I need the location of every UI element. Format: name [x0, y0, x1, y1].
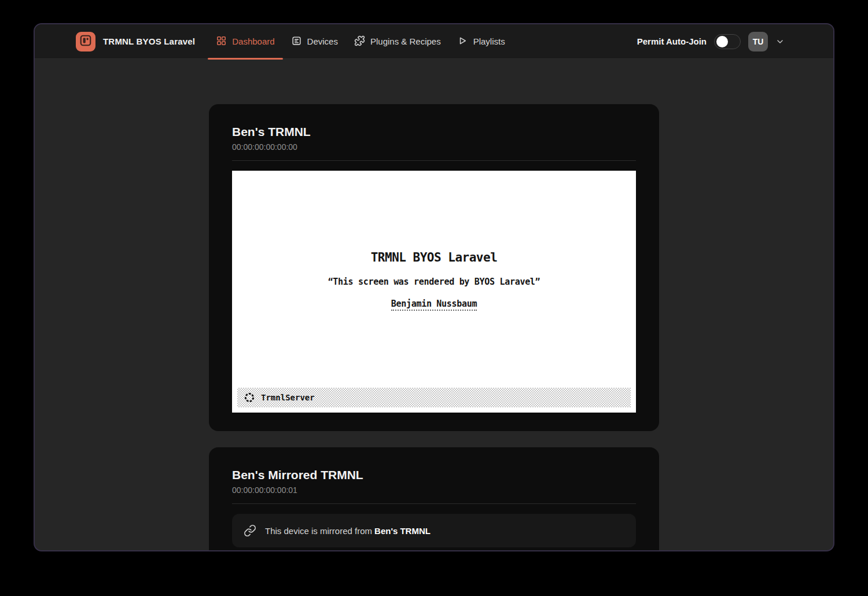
badge-label: TrmnlServer	[261, 393, 315, 402]
nav-item-dashboard[interactable]: Dashboard	[208, 24, 282, 59]
nav-right-group: Permit Auto-Join TU	[637, 32, 785, 51]
nav-item-label: Devices	[307, 36, 338, 46]
screen-title: TRMNL BYOS Laravel	[232, 171, 636, 264]
device-name: Ben's TRMNL	[232, 125, 636, 139]
link-icon	[244, 524, 256, 537]
permit-auto-join-toggle[interactable]	[714, 34, 741, 49]
mirror-source-device: Ben's TRMNL	[374, 526, 431, 536]
app-window: TRMNL BYOS Laravel Dashboard	[34, 23, 834, 551]
permit-auto-join-label: Permit Auto-Join	[637, 36, 707, 46]
dashboard-content: Ben's TRMNL 00:00:00:00:00:00 TRMNL BYOS…	[35, 59, 833, 550]
screen-quote: “This screen was rendered by BYOS Larave…	[232, 277, 636, 287]
devices-icon	[291, 35, 302, 48]
play-icon	[457, 35, 468, 48]
nav-item-label: Plugins & Recipes	[370, 36, 441, 46]
device-card-bens-mirrored-trmnl: Ben's Mirrored TRMNL 00:00:00:00:00:01 T…	[209, 447, 659, 550]
device-card-bens-trmnl: Ben's TRMNL 00:00:00:00:00:00 TRMNL BYOS…	[209, 104, 659, 431]
device-screen-preview: TRMNL BYOS Laravel “This screen was rend…	[232, 171, 636, 413]
mirror-info-box: This device is mirrored fromBen's TRMNL	[232, 514, 636, 547]
app-title: TRMNL BYOS Laravel	[103, 36, 195, 46]
nav-item-label: Dashboard	[232, 36, 274, 46]
nav-menu: Dashboard Devices	[208, 24, 513, 59]
nav-item-devices[interactable]: Devices	[283, 24, 346, 59]
user-avatar[interactable]: TU	[748, 32, 768, 51]
chevron-down-icon[interactable]	[775, 37, 785, 46]
device-mac-address: 00:00:00:00:00:01	[232, 485, 636, 495]
trmnl-device-icon	[79, 34, 92, 49]
mirror-status-text: This device is mirrored fromBen's TRMNL	[265, 526, 431, 536]
screen-server-badge: TrmnlServer	[237, 388, 631, 407]
top-nav-bar: TRMNL BYOS Laravel Dashboard	[35, 24, 833, 59]
nav-item-plugins-recipes[interactable]: Plugins & Recipes	[346, 24, 449, 59]
grid-icon	[216, 35, 227, 48]
nav-item-label: Playlists	[473, 36, 505, 46]
card-divider	[232, 160, 636, 161]
spinner-icon	[244, 392, 255, 403]
device-name: Ben's Mirrored TRMNL	[232, 468, 636, 482]
puzzle-icon	[354, 35, 365, 48]
app-logo[interactable]	[76, 32, 95, 51]
nav-item-playlists[interactable]: Playlists	[449, 24, 513, 59]
card-divider	[232, 503, 636, 504]
mirror-text-prefix: This device is mirrored from	[265, 526, 372, 536]
screen-author: Benjamin Nussbaum	[391, 299, 477, 311]
device-mac-address: 00:00:00:00:00:00	[232, 142, 636, 152]
toggle-knob	[716, 36, 728, 47]
